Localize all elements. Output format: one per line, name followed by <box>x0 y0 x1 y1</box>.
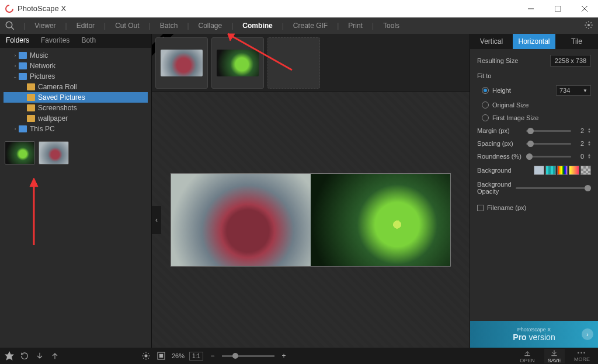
swatch[interactable] <box>569 166 579 175</box>
drive-icon <box>19 62 27 69</box>
preview-image-right <box>311 174 450 266</box>
save-button[interactable]: SAVE <box>544 349 565 363</box>
tab-tile[interactable]: Tile <box>555 34 598 49</box>
chevron-right-icon: › <box>582 328 593 340</box>
pro-version-promo[interactable]: PhotoScape X Pro version › <box>470 321 598 348</box>
zoom-out-icon[interactable]: − <box>208 351 217 360</box>
swatch[interactable] <box>534 166 544 175</box>
search-icon[interactable] <box>5 20 15 31</box>
tab-horizontal[interactable]: Horizontal <box>513 34 555 49</box>
canvas-area[interactable]: ‹ <box>152 92 470 348</box>
right-panel: Vertical Horizontal Tile Resulting Size … <box>470 34 598 348</box>
spacing-spinner[interactable]: ▲▼ <box>587 141 591 146</box>
svg-point-6 <box>587 24 590 26</box>
fit-to-label: Fit to <box>477 72 591 79</box>
bg-opacity-slider[interactable] <box>516 187 591 189</box>
bottom-bar: 26% 1:1 − + OPEN SAVE •••MORE <box>0 348 598 364</box>
tray-slot[interactable] <box>155 37 208 89</box>
drive-icon <box>19 52 27 59</box>
tab-vertical[interactable]: Vertical <box>470 34 513 49</box>
tree-row[interactable]: Screenshots <box>4 103 148 113</box>
nav-collage[interactable]: Collage <box>193 18 228 34</box>
nav-batch[interactable]: Batch <box>154 18 184 34</box>
svg-point-8 <box>145 355 147 357</box>
zoom-percent[interactable]: 26% <box>172 352 185 359</box>
tree-row[interactable]: ›This PC <box>4 124 148 134</box>
roundness-spinner[interactable]: ▲▼ <box>587 153 591 159</box>
tree-row[interactable]: ›Music <box>4 50 148 61</box>
drive-icon <box>19 73 27 80</box>
up-arrow-icon[interactable] <box>50 351 60 360</box>
margin-slider[interactable] <box>526 130 572 132</box>
radio-first-image-size[interactable] <box>482 114 489 121</box>
background-swatches[interactable] <box>534 166 591 175</box>
tree-row[interactable]: ⌄Pictures <box>4 71 148 82</box>
tree-row[interactable]: ›Network <box>4 61 148 71</box>
down-arrow-icon[interactable] <box>35 351 44 360</box>
height-dropdown[interactable]: 734▼ <box>556 85 591 96</box>
orientation-tabs: Vertical Horizontal Tile <box>470 34 598 49</box>
filename-checkbox[interactable] <box>477 205 484 211</box>
zoom-in-icon[interactable]: + <box>279 351 288 360</box>
resulting-size-label: Resulting Size <box>477 57 547 64</box>
left-panel: Folders Favorites Both ›Music ›Network ⌄… <box>0 34 152 348</box>
combined-preview[interactable] <box>171 173 451 267</box>
nav-tools[interactable]: Tools <box>377 18 405 34</box>
top-nav: | Viewer| Editor| Cut Out| Batch| Collag… <box>0 18 598 34</box>
tree-row-selected[interactable]: Saved Pictures <box>4 92 148 103</box>
preview-image-left <box>171 174 311 266</box>
tray-slot-empty[interactable] <box>267 37 320 89</box>
zoom-ratio[interactable]: 1:1 <box>189 352 203 360</box>
thumbnail[interactable] <box>5 141 35 164</box>
svg-line-5 <box>11 27 14 30</box>
nav-print[interactable]: Print <box>342 18 368 34</box>
folder-tab-folders[interactable]: Folders <box>0 34 35 48</box>
open-button[interactable]: OPEN <box>516 349 538 363</box>
nav-viewer[interactable]: Viewer <box>29 18 61 34</box>
thumbnail[interactable] <box>39 141 69 164</box>
gear-icon[interactable] <box>584 20 593 32</box>
close-button[interactable] <box>571 0 598 18</box>
tree-row[interactable]: Camera Roll <box>4 82 148 92</box>
thumbnail-shelf <box>0 136 151 169</box>
folder-icon <box>27 94 35 101</box>
margin-spinner[interactable]: ▲▼ <box>587 128 591 134</box>
folder-tabs: Folders Favorites Both <box>0 34 151 48</box>
spacing-slider[interactable] <box>526 143 572 145</box>
center-canvas: ‹ <box>152 34 470 348</box>
tray-slot[interactable] <box>211 37 264 89</box>
more-button[interactable]: •••MORE <box>571 350 593 362</box>
app-title: PhotoScape X <box>18 4 66 13</box>
radio-original-size[interactable] <box>482 102 489 108</box>
swatch[interactable] <box>580 166 591 175</box>
drive-icon <box>19 125 27 132</box>
nav-combine[interactable]: Combine <box>237 18 278 34</box>
refresh-icon[interactable] <box>20 351 29 360</box>
fit-screen-icon[interactable] <box>157 351 166 360</box>
svg-marker-7 <box>5 352 13 359</box>
roundness-slider[interactable] <box>526 156 572 158</box>
maximize-button[interactable] <box>544 0 571 18</box>
folder-tree: ›Music ›Network ⌄Pictures Camera Roll Sa… <box>0 48 151 136</box>
gear-icon[interactable] <box>141 351 151 360</box>
nav-cutout[interactable]: Cut Out <box>109 18 145 34</box>
folder-icon <box>27 115 35 122</box>
nav-creategif[interactable]: Create GIF <box>287 18 333 34</box>
svg-rect-1 <box>555 6 561 12</box>
radio-height[interactable] <box>482 87 489 94</box>
star-icon[interactable] <box>5 351 14 360</box>
resulting-size-value: 2258 x 738 <box>550 55 591 66</box>
swatch[interactable] <box>545 166 556 175</box>
folder-tab-favorites[interactable]: Favorites <box>35 34 75 48</box>
minimize-button[interactable] <box>517 0 544 18</box>
folder-tab-both[interactable]: Both <box>75 34 102 48</box>
app-logo-icon <box>5 4 14 13</box>
swatch[interactable] <box>557 166 568 175</box>
zoom-slider[interactable] <box>222 355 274 357</box>
nav-editor[interactable]: Editor <box>71 18 100 34</box>
folder-icon <box>27 83 35 90</box>
svg-rect-10 <box>159 354 162 357</box>
tree-row[interactable]: wallpaper <box>4 113 148 124</box>
prev-handle[interactable]: ‹ <box>152 206 161 234</box>
folder-icon <box>27 104 35 111</box>
